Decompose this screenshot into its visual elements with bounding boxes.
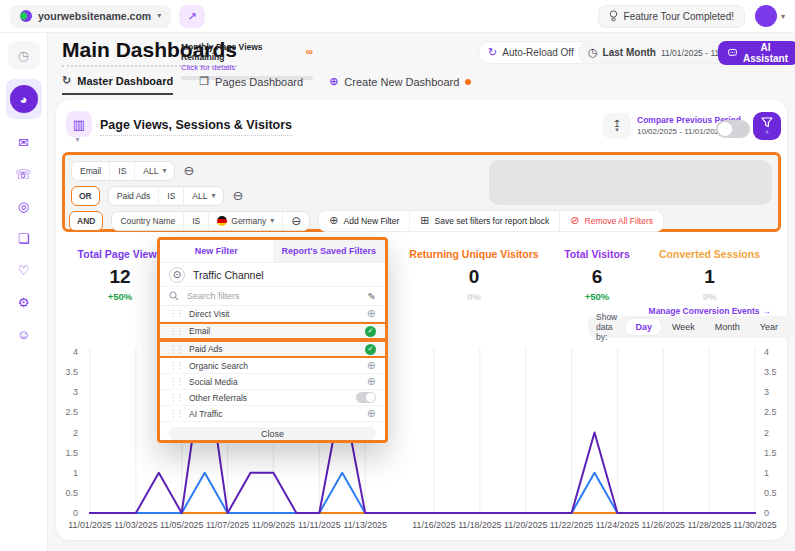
chevron-down-icon: ▾ xyxy=(157,12,161,20)
chevron-down-icon: ▾ xyxy=(162,167,166,175)
avatar-chevron-down-icon[interactable]: ▾ xyxy=(781,12,785,21)
filter-value-dropdown[interactable]: ALL▾ xyxy=(184,187,223,205)
stat-label: Returning Unique Visitors xyxy=(398,248,550,260)
tab-master-dashboard[interactable]: ↻Master Dashboard xyxy=(62,74,173,95)
site-name: yourwebsitename.com xyxy=(38,10,151,22)
drag-handle-icon[interactable]: ⋮⋮ xyxy=(169,309,183,318)
compare-toggle[interactable] xyxy=(716,120,750,138)
notification-dot xyxy=(465,79,471,85)
app-window: yourwebsitename.com ▾ ↗ Feature Tour Com… xyxy=(0,0,795,551)
add-new-filter-button[interactable]: ⊕Add New Filter xyxy=(319,211,410,231)
feature-tour-button[interactable]: Feature Tour Completed! xyxy=(598,5,745,28)
filter-actions: ⊕Add New Filter ⊞Save set filters for re… xyxy=(318,210,664,232)
filter-option-social-media[interactable]: ⋮⋮Social Media⊕ xyxy=(160,374,385,390)
germany-flag-icon xyxy=(217,216,227,226)
funnel-icon xyxy=(761,117,773,128)
drag-handle-icon[interactable]: ⋮⋮ xyxy=(169,409,183,418)
stat-returning-unique-visitors: Returning Unique Visitors 0 0% xyxy=(398,248,550,302)
close-popup-button[interactable]: Close xyxy=(169,427,376,440)
chevron-down-icon: ▼ xyxy=(74,136,81,143)
filter-chip-email: Email IS ALL▾ xyxy=(71,161,175,181)
toggle-switch[interactable] xyxy=(356,392,376,403)
target-icon: ⊙ xyxy=(169,267,185,283)
save-filters-button[interactable]: ⊞Save set filters for report block xyxy=(410,211,560,231)
add-circle-icon[interactable]: ⊕ xyxy=(367,360,376,371)
filter-option-ai-traffic[interactable]: ⋮⋮AI Traffic⊕ xyxy=(160,406,385,422)
filter-bar: Email IS ALL▾ ⊖ OR Paid Ads IS ALL▾ ⊖ AN… xyxy=(62,152,781,232)
tracking-icon[interactable]: ◎ xyxy=(8,193,40,219)
tab-pages-dashboard[interactable]: ❐Pages Dashboard xyxy=(199,74,303,95)
drag-handle-icon[interactable]: ⋮⋮ xyxy=(169,377,183,386)
support-icon[interactable]: ☏ xyxy=(8,161,40,187)
user-avatar[interactable] xyxy=(755,5,777,27)
drag-handle-icon[interactable]: ⋮⋮ xyxy=(169,393,183,402)
filter-option-paid-ads[interactable]: ⋮⋮Paid Ads✓ xyxy=(160,340,385,358)
chevron-down-icon: ▾ xyxy=(615,127,619,132)
conjunction-or[interactable]: OR xyxy=(71,186,100,206)
filter-option-direct-visit[interactable]: ⋮⋮Direct Visit⊕ xyxy=(160,306,385,322)
filter-field[interactable]: Paid Ads xyxy=(109,187,160,205)
check-circle-icon[interactable]: ✓ xyxy=(365,326,376,337)
tab-create-new-dashboard[interactable]: ⊕Create New Dashboard xyxy=(329,74,471,95)
popup-tab-new-filter[interactable]: New Filter xyxy=(160,240,273,262)
add-circle-icon[interactable]: ⊕ xyxy=(367,376,376,387)
show-data-by-label: Show data by: xyxy=(596,312,620,342)
ai-assistant-button[interactable]: AI Assistant xyxy=(718,41,795,65)
profile-icon[interactable]: ☺ xyxy=(8,321,40,347)
granularity-week[interactable]: Week xyxy=(663,319,704,335)
stat-converted-sessions: Converted Sessions 1 0%Manage Conversion… xyxy=(647,248,772,316)
drag-handle-icon[interactable]: ⋮⋮ xyxy=(169,361,183,370)
filter-search: ✎ xyxy=(160,287,385,306)
auto-reload-dropdown[interactable]: ↻ Auto-Reload Off ▾ xyxy=(478,41,593,64)
filter-option-organic-search[interactable]: ⋮⋮Organic Search⊕ xyxy=(160,358,385,374)
dashboard-icon[interactable]: ◕ xyxy=(6,79,42,119)
remove-filter-icon[interactable]: ⊖ xyxy=(283,212,309,230)
report-title: Page Views, Sessions & Visitors xyxy=(100,118,292,136)
filter-operator[interactable]: IS xyxy=(110,162,135,180)
search-filters-input[interactable] xyxy=(185,290,362,302)
popup-tab-report-s-saved-filters[interactable]: Report's Saved Filters xyxy=(273,240,386,262)
quota-details-link[interactable]: Click for details xyxy=(181,63,313,72)
conjunction-and[interactable]: AND xyxy=(69,211,103,231)
filter-option-other-referrals[interactable]: ⋮⋮Other Referrals xyxy=(160,390,385,406)
filter-value-dropdown[interactable]: ALL▾ xyxy=(135,162,174,180)
drag-handle-icon[interactable]: ⋮⋮ xyxy=(169,327,183,336)
filter-operator[interactable]: IS xyxy=(184,212,209,230)
report-block-icon[interactable]: ▥ xyxy=(66,111,92,137)
remove-all-filters-button[interactable]: ⊘Remove All Filters xyxy=(560,211,663,231)
remove-filter-icon[interactable]: ⊖ xyxy=(183,164,194,177)
check-circle-icon[interactable]: ✓ xyxy=(365,344,376,355)
filters-button[interactable]: ∧ xyxy=(753,112,781,140)
chevron-down-icon: ▾ xyxy=(211,192,215,200)
site-selector[interactable]: yourwebsitename.com ▾ xyxy=(10,5,171,28)
granularity-year[interactable]: Year xyxy=(751,319,787,335)
inbox-icon[interactable]: ✉ xyxy=(8,129,40,155)
stat-label: Total Visitors xyxy=(537,248,657,260)
granularity-day[interactable]: Day xyxy=(626,319,661,335)
filter-category[interactable]: ⊙ Traffic Channel xyxy=(160,263,385,287)
security-icon[interactable]: ♡ xyxy=(8,257,40,283)
filter-value-dropdown[interactable]: Germany▾ xyxy=(209,212,283,230)
filter-field[interactable]: Country Name xyxy=(112,212,184,230)
add-circle-icon[interactable]: ⊕ xyxy=(367,408,376,419)
chat-icon[interactable]: ❏ xyxy=(8,225,40,251)
drag-handle-icon[interactable]: ⋮⋮ xyxy=(169,345,183,354)
manage-conversion-events-link[interactable]: Manage Conversion Events → xyxy=(647,306,772,316)
stat-label: Converted Sessions xyxy=(647,248,772,260)
stat-delta: 0% xyxy=(398,291,550,302)
add-circle-icon[interactable]: ⊕ xyxy=(367,308,376,319)
filter-field[interactable]: Email xyxy=(72,162,110,180)
filter-option-email[interactable]: ⋮⋮Email✓ xyxy=(160,322,385,340)
clear-search-icon[interactable]: ✎ xyxy=(368,291,376,302)
filter-chip-paid-ads: Paid Ads IS ALL▾ xyxy=(108,186,225,206)
settings-icon[interactable]: ⚙ xyxy=(8,289,40,315)
granularity-month[interactable]: Month xyxy=(706,319,749,335)
open-site-button[interactable]: ↗ xyxy=(179,5,205,28)
site-logo-icon xyxy=(20,10,32,22)
remove-filter-icon[interactable]: ⊖ xyxy=(232,189,243,202)
filter-operator[interactable]: IS xyxy=(159,187,184,205)
stat-delta: 0% xyxy=(647,291,772,302)
export-button[interactable]: ↥ ▾ xyxy=(603,113,631,139)
chevron-down-icon: ▾ xyxy=(270,217,274,225)
collapse-icon[interactable]: ◷ xyxy=(8,41,40,69)
